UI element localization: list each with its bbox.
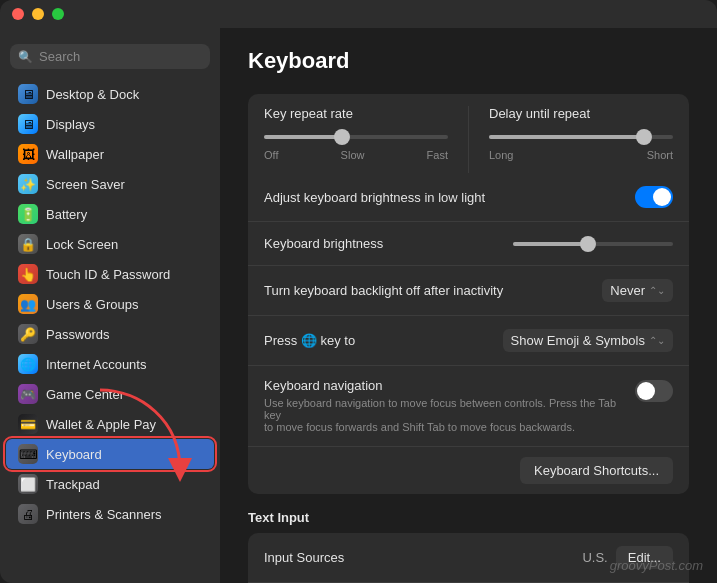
sidebar-item-battery[interactable]: 🔋 Battery [6, 199, 214, 229]
maximize-button[interactable] [52, 8, 64, 20]
sidebar-label-lock-screen: Lock Screen [46, 237, 118, 252]
sidebar-item-desktop-dock[interactable]: 🖥 Desktop & Dock [6, 79, 214, 109]
sidebar-item-touch-id[interactable]: 👆 Touch ID & Password [6, 259, 214, 289]
globe-key-label: Press 🌐 key to [264, 333, 503, 348]
sidebar-label-battery: Battery [46, 207, 87, 222]
delay-repeat-label: Delay until repeat [489, 106, 673, 121]
touch-id-icon: 👆 [18, 264, 38, 284]
keyboard-brightness-slider[interactable] [513, 242, 673, 246]
sidebar-label-wallet: Wallet & Apple Pay [46, 417, 156, 432]
globe-key-row: Press 🌐 key to Show Emoji & Symbols ⌃⌄ [248, 316, 689, 366]
delay-slider[interactable] [489, 129, 673, 145]
users-groups-icon: 👥 [18, 294, 38, 314]
watermark: groovyPost.com [610, 558, 703, 573]
delay-long: Long [489, 149, 513, 161]
key-repeat-label: Key repeat rate [264, 106, 448, 121]
adjust-brightness-label: Adjust keyboard brightness in low light [264, 190, 635, 205]
nav-toggle-knob [637, 382, 655, 400]
globe-key-dropdown[interactable]: Show Emoji & Symbols ⌃⌄ [503, 329, 673, 352]
sidebar-label-keyboard: Keyboard [46, 447, 102, 462]
wallet-icon: 💳 [18, 414, 38, 434]
sidebar-item-displays[interactable]: 🖥 Displays [6, 109, 214, 139]
screen-saver-icon: ✨ [18, 174, 38, 194]
sidebar-label-printers: Printers & Scanners [46, 507, 162, 522]
sidebar-label-touch-id: Touch ID & Password [46, 267, 170, 282]
key-repeat-fast: Fast [427, 149, 448, 161]
sidebar-item-printers[interactable]: 🖨 Printers & Scanners [6, 499, 214, 529]
sidebar-item-trackpad[interactable]: ⬜ Trackpad [6, 469, 214, 499]
keyboard-brightness-label: Keyboard brightness [264, 236, 513, 251]
sidebar-item-wallet[interactable]: 💳 Wallet & Apple Pay [6, 409, 214, 439]
main-content: Keyboard Key repeat rate Off Slow [220, 28, 717, 583]
displays-icon: 🖥 [18, 114, 38, 134]
minimize-button[interactable] [32, 8, 44, 20]
keyboard-nav-sublabel: Use keyboard navigation to move focus be… [264, 397, 635, 433]
toggle-knob [653, 188, 671, 206]
keyboard-shortcuts-button[interactable]: Keyboard Shortcuts... [520, 457, 673, 484]
dropdown-chevron: ⌃⌄ [649, 285, 665, 296]
search-icon: 🔍 [18, 50, 33, 64]
wallpaper-icon: 🖼 [18, 144, 38, 164]
sidebar-item-lock-screen[interactable]: 🔒 Lock Screen [6, 229, 214, 259]
input-sources-value: U.S. [582, 550, 607, 565]
search-placeholder: Search [39, 49, 80, 64]
printers-icon: 🖨 [18, 504, 38, 524]
search-box[interactable]: 🔍 Search [10, 44, 210, 69]
shortcuts-btn-row: Keyboard Shortcuts... [248, 447, 689, 494]
key-repeat-off: Off [264, 149, 278, 161]
app-container: 🔍 Search 🖥 Desktop & Dock 🖥 Displays 🖼 W… [0, 0, 717, 583]
key-repeat-slow: Slow [341, 149, 365, 161]
sidebar-item-users-groups[interactable]: 👥 Users & Groups [6, 289, 214, 319]
keyboard-icon: ⌨ [18, 444, 38, 464]
backlight-dropdown[interactable]: Never ⌃⌄ [602, 279, 673, 302]
key-repeat-slider[interactable] [264, 129, 448, 145]
sidebar-label-users-groups: Users & Groups [46, 297, 138, 312]
backlight-row: Turn keyboard backlight off after inacti… [248, 266, 689, 316]
sidebar-label-desktop-dock: Desktop & Dock [46, 87, 139, 102]
sidebar-label-screen-saver: Screen Saver [46, 177, 125, 192]
delay-short: Short [647, 149, 673, 161]
sidebar-label-internet-accounts: Internet Accounts [46, 357, 146, 372]
backlight-label: Turn keyboard backlight off after inacti… [264, 283, 602, 298]
close-button[interactable] [12, 8, 24, 20]
trackpad-icon: ⬜ [18, 474, 38, 494]
sidebar-item-wallpaper[interactable]: 🖼 Wallpaper [6, 139, 214, 169]
title-bar [0, 0, 717, 28]
text-input-heading: Text Input [248, 510, 689, 525]
desktop-dock-icon: 🖥 [18, 84, 38, 104]
keyboard-nav-toggle[interactable] [635, 380, 673, 402]
sidebar-label-displays: Displays [46, 117, 95, 132]
adjust-brightness-row: Adjust keyboard brightness in low light [248, 173, 689, 222]
sidebar-item-keyboard[interactable]: ⌨ Keyboard [6, 439, 214, 469]
sidebar-item-passwords[interactable]: 🔑 Passwords [6, 319, 214, 349]
internet-accounts-icon: 🌐 [18, 354, 38, 374]
search-container: 🔍 Search [0, 38, 220, 79]
page-title: Keyboard [248, 48, 689, 74]
sidebar-label-wallpaper: Wallpaper [46, 147, 104, 162]
sidebar-label-trackpad: Trackpad [46, 477, 100, 492]
keyboard-nav-row: Keyboard navigation Use keyboard navigat… [248, 366, 689, 447]
passwords-icon: 🔑 [18, 324, 38, 344]
sidebar: 🔍 Search 🖥 Desktop & Dock 🖥 Displays 🖼 W… [0, 28, 220, 583]
keyboard-brightness-row: Keyboard brightness [248, 222, 689, 266]
sidebar-item-internet-accounts[interactable]: 🌐 Internet Accounts [6, 349, 214, 379]
input-sources-label: Input Sources [264, 550, 582, 565]
keyboard-nav-label: Keyboard navigation [264, 378, 635, 393]
game-center-icon: 🎮 [18, 384, 38, 404]
sidebar-label-game-center: Game Center [46, 387, 124, 402]
sidebar-label-passwords: Passwords [46, 327, 110, 342]
globe-key-value: Show Emoji & Symbols [511, 333, 645, 348]
globe-dropdown-chevron: ⌃⌄ [649, 335, 665, 346]
sidebar-item-game-center[interactable]: 🎮 Game Center [6, 379, 214, 409]
adjust-brightness-toggle[interactable] [635, 186, 673, 208]
sidebar-item-screen-saver[interactable]: ✨ Screen Saver [6, 169, 214, 199]
lock-screen-icon: 🔒 [18, 234, 38, 254]
key-repeat-section: Key repeat rate Off Slow Fast [248, 94, 689, 494]
battery-icon: 🔋 [18, 204, 38, 224]
backlight-value: Never [610, 283, 645, 298]
